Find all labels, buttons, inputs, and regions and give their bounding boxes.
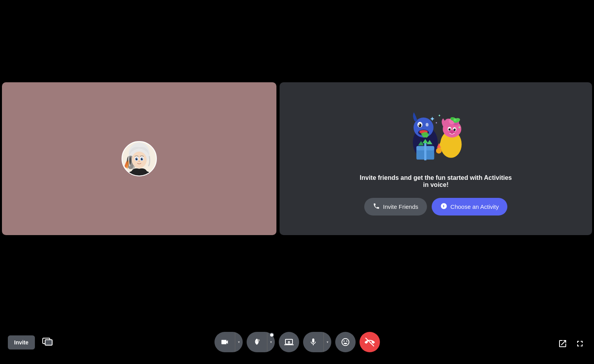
fullscreen-button[interactable] bbox=[574, 337, 586, 352]
user-video-panel bbox=[2, 82, 276, 235]
svg-point-36 bbox=[453, 118, 456, 121]
svg-text:✦: ✦ bbox=[435, 121, 438, 125]
invite-friends-icon bbox=[373, 203, 380, 211]
camera-toggle-button[interactable] bbox=[214, 332, 235, 352]
svg-point-13 bbox=[142, 158, 143, 159]
end-call-button[interactable] bbox=[360, 332, 380, 352]
svg-point-20 bbox=[425, 123, 428, 126]
svg-text:✦: ✦ bbox=[457, 125, 461, 130]
mic-toggle-button[interactable] bbox=[303, 332, 323, 352]
mic-dropdown-button[interactable]: ▾ bbox=[323, 332, 331, 352]
svg-point-22 bbox=[418, 124, 420, 125]
svg-point-52 bbox=[257, 339, 260, 342]
svg-point-42 bbox=[454, 129, 454, 129]
activities-notification-dot bbox=[269, 333, 274, 337]
svg-point-12 bbox=[136, 158, 137, 159]
svg-point-44 bbox=[436, 148, 442, 154]
popout-button[interactable] bbox=[556, 337, 569, 352]
emoji-reaction-button[interactable] bbox=[335, 332, 356, 352]
avatar bbox=[122, 141, 157, 176]
video-area: ✦ ✦ ✦ ✦ Invite friends and get the fun s… bbox=[2, 82, 592, 235]
activity-description: Invite friends and get the fun started w… bbox=[358, 174, 514, 188]
svg-text:✦: ✦ bbox=[429, 116, 434, 122]
invite-friends-label: Invite Friends bbox=[383, 203, 418, 210]
svg-point-41 bbox=[449, 128, 449, 129]
svg-point-5 bbox=[132, 152, 147, 168]
screen-share-button[interactable] bbox=[279, 332, 299, 352]
svg-text:✦: ✦ bbox=[438, 114, 441, 118]
main-toolbar: ▾ ▾ ▾ bbox=[0, 332, 594, 352]
mic-button-group: ▾ bbox=[303, 332, 331, 352]
activities-toggle-button[interactable] bbox=[247, 332, 267, 352]
svg-point-21 bbox=[418, 123, 421, 127]
activity-panel: ✦ ✦ ✦ ✦ Invite friends and get the fun s… bbox=[280, 82, 592, 235]
svg-point-39 bbox=[448, 128, 450, 130]
invite-friends-button[interactable]: Invite Friends bbox=[364, 198, 427, 216]
rocket-icon bbox=[440, 203, 447, 211]
choose-activity-label: Choose an Activity bbox=[450, 203, 499, 210]
activity-illustration: ✦ ✦ ✦ ✦ bbox=[397, 102, 475, 165]
activities-button-wrapper: ▾ bbox=[247, 332, 275, 352]
bottom-right-controls bbox=[556, 337, 586, 352]
choose-activity-button[interactable]: Choose an Activity bbox=[432, 198, 507, 216]
svg-point-14 bbox=[138, 161, 140, 162]
activity-buttons: Invite Friends Choose an Activity bbox=[364, 198, 507, 216]
camera-dropdown-button[interactable]: ▾ bbox=[235, 332, 243, 352]
svg-rect-25 bbox=[424, 142, 426, 160]
camera-button-group: ▾ bbox=[214, 332, 243, 352]
